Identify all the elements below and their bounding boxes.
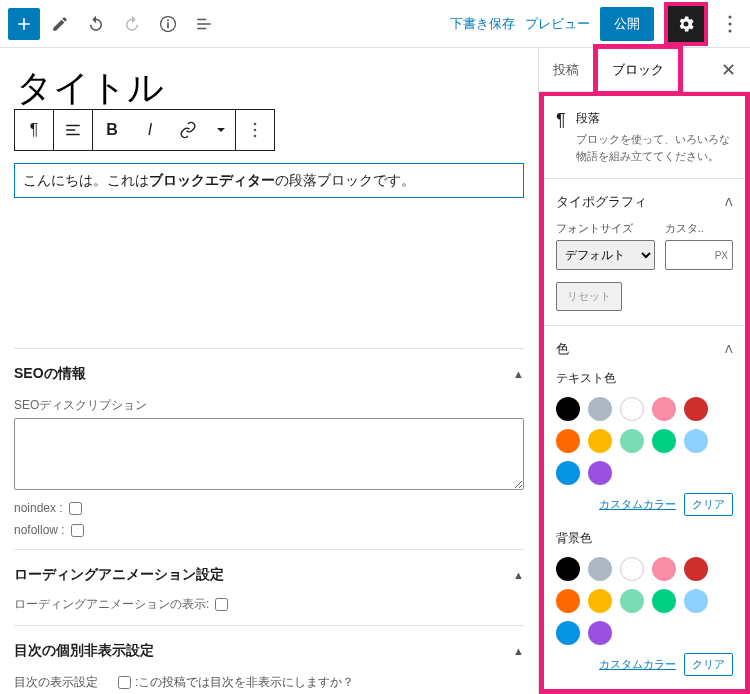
noindex-label: noindex : bbox=[14, 501, 63, 515]
loading-display-checkbox[interactable] bbox=[215, 598, 228, 611]
link-button[interactable] bbox=[169, 110, 207, 150]
chevron-up-icon: ▲ bbox=[513, 569, 524, 581]
color-swatch[interactable] bbox=[684, 397, 708, 421]
bold-button[interactable]: B bbox=[93, 110, 131, 150]
tab-block[interactable]: ブロック bbox=[598, 49, 678, 91]
color-swatch[interactable] bbox=[652, 589, 676, 613]
block-type-button[interactable]: ¶ bbox=[15, 110, 53, 150]
reset-button[interactable]: リセット bbox=[556, 282, 622, 311]
color-swatch[interactable] bbox=[556, 621, 580, 645]
color-swatch[interactable] bbox=[588, 621, 612, 645]
color-swatch[interactable] bbox=[684, 589, 708, 613]
color-swatch[interactable] bbox=[556, 429, 580, 453]
color-swatch[interactable] bbox=[620, 397, 644, 421]
loading-display-label: ローディングアニメーションの表示: bbox=[14, 596, 209, 613]
toc-hide-checkbox[interactable] bbox=[118, 676, 131, 689]
preview-link[interactable]: プレビュー bbox=[525, 15, 590, 33]
color-swatch[interactable] bbox=[652, 557, 676, 581]
color-swatch[interactable] bbox=[684, 557, 708, 581]
color-swatch[interactable] bbox=[588, 397, 612, 421]
svg-point-6 bbox=[254, 123, 257, 126]
sidebar: 投稿 ブロック ✕ ¶ 段落 ブロックを使って、いろいろな物語を組み立ててくださ… bbox=[538, 48, 750, 694]
paragraph-text-pre: こんにちは。これは bbox=[23, 172, 149, 188]
typography-header[interactable]: タイポグラフィ ᐱ bbox=[556, 193, 733, 211]
edit-mode-icon[interactable] bbox=[44, 8, 76, 40]
post-title[interactable]: タイトル bbox=[14, 64, 524, 113]
bg-color-label: 背景色 bbox=[556, 530, 733, 547]
color-swatch[interactable] bbox=[556, 461, 580, 485]
more-menu-button[interactable] bbox=[718, 15, 742, 33]
color-header[interactable]: 色 ᐱ bbox=[556, 340, 733, 358]
align-button[interactable] bbox=[54, 110, 92, 150]
svg-point-5 bbox=[729, 29, 732, 32]
outline-button[interactable] bbox=[188, 8, 220, 40]
color-swatch[interactable] bbox=[556, 397, 580, 421]
font-size-label: フォントサイズ bbox=[556, 221, 655, 236]
color-swatch[interactable] bbox=[588, 589, 612, 613]
color-swatch[interactable] bbox=[684, 429, 708, 453]
custom-label: カスタ.. bbox=[665, 221, 733, 236]
noindex-checkbox[interactable] bbox=[69, 502, 82, 515]
add-block-button[interactable] bbox=[8, 8, 40, 40]
font-size-select[interactable]: デフォルト bbox=[556, 240, 655, 270]
toc-hide-title: 目次の個別非表示設定 bbox=[14, 642, 154, 660]
color-swatch[interactable] bbox=[652, 429, 676, 453]
paragraph-block[interactable]: こんにちは。これはブロックエディターの段落ブロックです。 bbox=[14, 163, 524, 198]
custom-color-link[interactable]: カスタムカラー bbox=[599, 497, 676, 512]
color-swatch[interactable] bbox=[556, 589, 580, 613]
toc-display-label: 目次の表示設定 bbox=[14, 674, 98, 691]
svg-point-4 bbox=[729, 22, 732, 25]
settings-button[interactable] bbox=[668, 6, 704, 42]
editor-canvas: タイトル ¶ B I bbox=[0, 48, 538, 694]
clear-bg-color-button[interactable]: クリア bbox=[684, 653, 733, 676]
color-swatch[interactable] bbox=[588, 429, 612, 453]
color-swatch[interactable] bbox=[652, 397, 676, 421]
block-type-name: 段落 bbox=[576, 110, 733, 127]
sidebar-content-highlight: ¶ 段落 ブロックを使って、いろいろな物語を組み立ててください。 タイポグラフィ… bbox=[539, 91, 750, 694]
chevron-up-icon: ▲ bbox=[513, 645, 524, 657]
toc-hide-header[interactable]: 目次の個別非表示設定 ▲ bbox=[14, 638, 524, 664]
main-area: タイトル ¶ B I bbox=[0, 48, 750, 694]
loading-anim-header[interactable]: ローディングアニメーション設定 ▲ bbox=[14, 562, 524, 588]
color-swatch[interactable] bbox=[620, 429, 644, 453]
custom-size-input[interactable] bbox=[665, 240, 733, 270]
svg-rect-1 bbox=[167, 22, 169, 28]
bg-color-grid bbox=[556, 557, 733, 645]
chevron-up-icon: ᐱ bbox=[725, 196, 733, 209]
seo-desc-textarea[interactable] bbox=[14, 418, 524, 490]
tab-block-highlight: ブロック bbox=[593, 44, 683, 96]
toc-hide-panel: 目次の個別非表示設定 ▲ 目次の表示設定 :この投稿では目次を非表示にしますか？ bbox=[14, 625, 524, 694]
publish-button[interactable]: 公開 bbox=[600, 7, 654, 41]
seo-panel-header[interactable]: SEOの情報 ▲ bbox=[14, 361, 524, 387]
toc-question: :この投稿では目次を非表示にしますか？ bbox=[135, 674, 354, 691]
text-color-section: テキスト色 カスタムカラー クリア bbox=[556, 370, 733, 516]
info-button[interactable] bbox=[152, 8, 184, 40]
color-panel: 色 ᐱ テキスト色 カスタムカラー クリア 背景色 bbox=[544, 326, 745, 691]
nofollow-checkbox[interactable] bbox=[71, 524, 84, 537]
svg-point-7 bbox=[254, 129, 257, 132]
paragraph-icon: ¶ bbox=[556, 110, 566, 131]
clear-text-color-button[interactable]: クリア bbox=[684, 493, 733, 516]
color-swatch[interactable] bbox=[620, 557, 644, 581]
settings-highlight bbox=[664, 2, 708, 46]
text-color-label: テキスト色 bbox=[556, 370, 733, 387]
color-swatch[interactable] bbox=[620, 589, 644, 613]
svg-point-2 bbox=[167, 19, 169, 21]
close-sidebar-button[interactable]: ✕ bbox=[707, 59, 750, 81]
tab-post[interactable]: 投稿 bbox=[539, 49, 593, 91]
chevron-up-icon: ▲ bbox=[513, 368, 524, 380]
typography-panel: タイポグラフィ ᐱ フォントサイズ デフォルト カスタ.. リセット bbox=[544, 179, 745, 326]
more-rich-text-button[interactable] bbox=[207, 110, 235, 150]
color-swatch[interactable] bbox=[588, 461, 612, 485]
color-title: 色 bbox=[556, 340, 569, 358]
custom-bg-color-link[interactable]: カスタムカラー bbox=[599, 657, 676, 672]
redo-button[interactable] bbox=[116, 8, 148, 40]
save-draft-link[interactable]: 下書き保存 bbox=[450, 15, 515, 33]
undo-button[interactable] bbox=[80, 8, 112, 40]
color-swatch[interactable] bbox=[556, 557, 580, 581]
color-swatch[interactable] bbox=[588, 557, 612, 581]
loading-anim-title: ローディングアニメーション設定 bbox=[14, 566, 224, 584]
block-more-button[interactable] bbox=[236, 110, 274, 150]
italic-button[interactable]: I bbox=[131, 110, 169, 150]
toolbar-left bbox=[8, 8, 220, 40]
